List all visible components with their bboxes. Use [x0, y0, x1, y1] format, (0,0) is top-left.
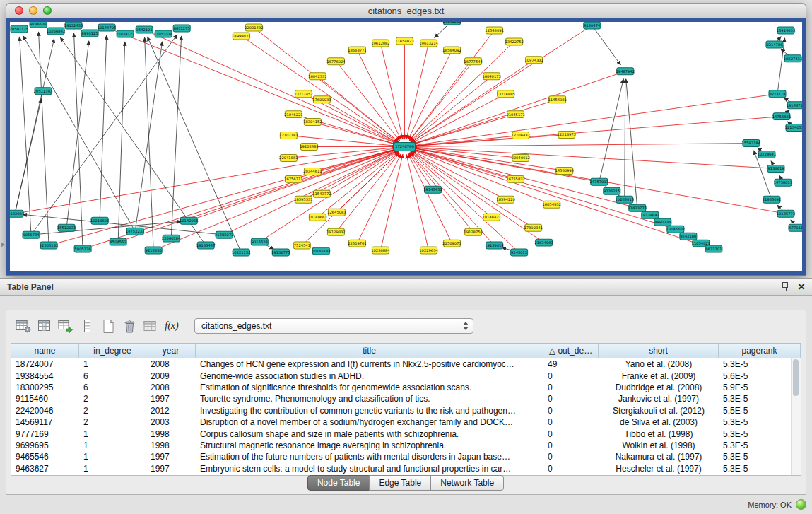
network-node[interactable]: 8990125	[81, 30, 98, 37]
citation-edge-black[interactable]	[23, 35, 135, 231]
network-node[interactable]: 21485072	[215, 231, 233, 238]
citation-edge-red[interactable]	[322, 100, 398, 143]
column-header-title[interactable]: title	[196, 344, 543, 358]
network-node[interactable]: 13216885	[496, 90, 514, 98]
network-node[interactable]: 11053338	[154, 30, 172, 37]
network-node[interactable]: 19128750	[464, 228, 482, 235]
network-node[interactable]: 16777544	[464, 58, 483, 65]
network-node[interactable]: 19145451	[423, 186, 442, 193]
zoom-window-icon[interactable]	[43, 6, 52, 15]
network-node[interactable]: 19613214	[419, 40, 438, 47]
table-row[interactable]: 1938455462009Genome-wide association stu…	[11, 370, 801, 381]
function-builder-icon[interactable]: f(x)	[162, 316, 182, 336]
network-node[interactable]: 21045171	[506, 111, 524, 118]
network-node[interactable]: 12106432	[511, 132, 529, 139]
network-node[interactable]: 10148421	[482, 214, 500, 221]
citation-edge-red[interactable]	[411, 25, 592, 143]
network-node[interactable]: 15593184	[742, 140, 761, 147]
network-node[interactable]: 11654823	[395, 37, 413, 45]
citation-edge-red[interactable]	[413, 144, 751, 147]
network-node[interactable]: 21046221	[284, 111, 302, 118]
network-node[interactable]: 13217452	[294, 90, 312, 98]
citation-edge-red[interactable]	[118, 149, 397, 242]
close-window-icon[interactable]	[15, 6, 23, 15]
network-node[interactable]: 15512033	[57, 224, 76, 231]
network-node[interactable]: 16042331	[308, 73, 326, 80]
table-row[interactable]: 946362711997Embryonic stem cells: a mode…	[11, 463, 801, 474]
citation-edge-red[interactable]	[412, 115, 516, 145]
network-node[interactable]: 18594220	[496, 196, 514, 203]
citation-edge-red[interactable]	[412, 136, 520, 146]
network-node[interactable]: 9056734	[23, 231, 40, 238]
citation-edge-red[interactable]	[412, 148, 564, 170]
table-row[interactable]: 2242004622012Investigating the contribut…	[11, 405, 801, 416]
network-node[interactable]: 16040173	[482, 73, 500, 80]
citation-edge-red[interactable]	[412, 94, 777, 146]
network-node[interactable]: 22040612	[511, 154, 529, 161]
network-node[interactable]: 21835091	[763, 196, 781, 203]
network-node[interactable]: 19612082	[371, 40, 389, 47]
table-row[interactable]: 911546021997Tourette syndrome. Phenomeno…	[11, 393, 801, 404]
tab-edge-table[interactable]: Edge Table	[369, 475, 431, 491]
network-node[interactable]: 13422752	[505, 38, 523, 45]
citation-edge-red[interactable]	[412, 149, 714, 249]
citation-edge-red[interactable]	[380, 154, 403, 250]
network-node[interactable]: 19139014	[485, 242, 504, 249]
citation-edge-red[interactable]	[412, 150, 552, 205]
citation-edge-black[interactable]	[31, 35, 177, 235]
network-node[interactable]: 15914033	[777, 27, 795, 34]
column-header-short[interactable]: short	[599, 344, 719, 358]
citation-edge-black[interactable]	[74, 33, 83, 249]
table-options-icon[interactable]	[13, 316, 33, 336]
citation-edge-black[interactable]	[100, 35, 107, 221]
new-column-icon[interactable]	[56, 316, 76, 336]
network-node[interactable]: 18563771	[348, 47, 366, 54]
network-node[interactable]: 9015528	[251, 238, 268, 245]
citation-edge-red[interactable]	[322, 151, 398, 194]
network-node[interactable]: 8504552	[110, 238, 126, 245]
network-node[interactable]: 9542101	[136, 26, 153, 33]
network-node[interactable]: 10229634	[419, 247, 438, 254]
network-node[interactable]: 12645083	[327, 209, 346, 216]
network-node[interactable]: 10266842	[47, 28, 65, 35]
network-node[interactable]: 19133447	[196, 242, 215, 249]
network-node[interactable]: 19487942	[616, 68, 635, 75]
citation-edge-red[interactable]	[409, 62, 473, 141]
network-node[interactable]: 14560993	[555, 167, 573, 174]
network-node[interactable]: 12213973	[557, 132, 575, 139]
column-header-name[interactable]: name	[11, 344, 79, 358]
new-table-icon[interactable]	[98, 316, 118, 336]
citation-edge-black[interactable]	[135, 42, 162, 231]
column-header-out_de[interactable]: △ out_de…	[543, 344, 599, 358]
citation-edge-black[interactable]	[20, 37, 31, 235]
citation-edge-red[interactable]	[411, 94, 505, 144]
scrollbar-thumb[interactable]	[793, 359, 799, 396]
show-columns-icon[interactable]	[35, 316, 54, 336]
network-node[interactable]: 12543091	[485, 27, 503, 34]
network-node[interactable]: 14757093	[590, 178, 608, 185]
network-node-hub[interactable]: 17240766	[394, 143, 415, 151]
side-panel-toggle-icon[interactable]	[1, 242, 5, 247]
network-node[interactable]: 19143712	[787, 102, 802, 109]
citation-edge-red[interactable]	[412, 149, 676, 229]
network-node[interactable]: 10227431	[784, 55, 802, 62]
table-row[interactable]: 946554611997Estimation of the future num…	[11, 451, 801, 462]
network-node[interactable]: 22509073	[442, 240, 461, 247]
citation-edge-red[interactable]	[409, 153, 433, 190]
network-node[interactable]: 22001432	[245, 24, 263, 31]
close-panel-icon[interactable]: ×	[798, 282, 805, 291]
citation-edge-red[interactable]	[302, 152, 399, 245]
citation-edge-red[interactable]	[406, 154, 429, 250]
network-node[interactable]: 6770113	[789, 224, 802, 231]
table-selector[interactable]: citations_edges.txt	[194, 318, 473, 334]
network-node[interactable]: 22505182	[40, 242, 58, 249]
tab-network-table[interactable]: Network Table	[430, 475, 504, 491]
table-scrollbar[interactable]	[791, 358, 801, 475]
column-header-pagerank[interactable]: pagerank	[719, 344, 801, 358]
network-node[interactable]: 18564092	[442, 47, 461, 54]
citation-edge-red[interactable]	[380, 43, 403, 139]
network-node[interactable]: 19134642	[641, 211, 659, 218]
network-node[interactable]: 21834063	[534, 239, 553, 246]
network-node[interactable]: 19205483	[300, 144, 318, 151]
network-node[interactable]: 14756881	[772, 113, 791, 120]
